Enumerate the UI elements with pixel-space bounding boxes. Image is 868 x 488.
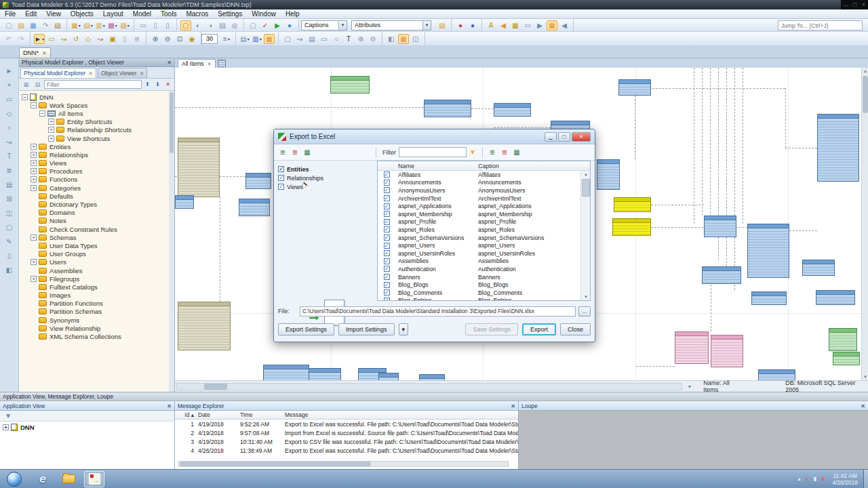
scroll-up-icon[interactable]: ▲ xyxy=(581,171,591,178)
lock-icon[interactable]: ◧ xyxy=(386,34,397,44)
tree-node-relationships[interactable]: +Relationships xyxy=(19,150,174,159)
list-item-banners[interactable]: ✓BannersBanners xyxy=(378,273,590,281)
menu-help[interactable]: Help xyxy=(281,10,304,18)
menu-tools[interactable]: Tools xyxy=(156,10,181,18)
expander-icon[interactable]: + xyxy=(31,160,37,166)
tree-node-partition-functions[interactable]: Partition Functions xyxy=(19,300,174,308)
entity-box[interactable] xyxy=(829,328,857,351)
checkbox-checked-icon[interactable]: ✓ xyxy=(384,171,390,178)
checkbox-checked-icon[interactable]: ✓ xyxy=(384,250,390,256)
menu-layout[interactable]: Layout xyxy=(98,10,128,18)
rail-page-icon[interactable]: ▯ xyxy=(4,251,15,261)
close-button[interactable]: Close xyxy=(560,323,591,336)
list-item-blog_blogs[interactable]: ✓Blog_BlogsBlog_Blogs xyxy=(378,281,590,289)
export-settings-button[interactable]: Export Settings xyxy=(278,323,334,336)
maximize-icon[interactable]: ▢ xyxy=(852,2,857,7)
entity-box[interactable] xyxy=(833,352,860,365)
entity-box[interactable] xyxy=(378,373,399,380)
jump-to-input[interactable] xyxy=(778,20,863,30)
entity-box[interactable] xyxy=(419,374,445,380)
canvas-vertical-scrollbar[interactable]: ▲ ▼ xyxy=(861,68,868,380)
tree-node-users[interactable]: +Users xyxy=(19,258,174,266)
checkbox-checked-icon[interactable]: ✓ xyxy=(384,195,390,201)
relationship-tool-icon[interactable]: ↝ xyxy=(58,34,69,44)
tree-node-assemblies[interactable]: Assemblies xyxy=(19,266,174,274)
check-all-items-icon[interactable]: ≣ xyxy=(487,147,498,157)
shape-text-icon[interactable]: T xyxy=(343,34,354,44)
checkbox-checked-icon[interactable]: ✓ xyxy=(384,258,390,264)
close-icon[interactable]: ✕ xyxy=(88,70,93,77)
uncheck-all-items-icon[interactable]: ≣ xyxy=(499,147,510,157)
rail-half-icon[interactable]: ◧ xyxy=(4,265,15,275)
dropdown-caret-icon[interactable]: ▾ xyxy=(228,37,230,41)
file-path-input[interactable] xyxy=(300,306,576,317)
expander-icon[interactable]: + xyxy=(31,185,37,191)
entity-box[interactable] xyxy=(816,290,855,305)
expander-icon[interactable]: − xyxy=(31,102,37,108)
tree-scrollbar[interactable] xyxy=(169,91,174,392)
shape-collapse-icon[interactable]: ⊖ xyxy=(368,34,378,44)
note-tool-icon[interactable]: ▣ xyxy=(107,34,118,44)
expander-icon[interactable]: − xyxy=(22,94,28,100)
tree-node-functions[interactable]: +Functions xyxy=(19,176,174,184)
message-horizontal-scrollbar[interactable] xyxy=(178,461,509,467)
tree-node-views[interactable]: +Views xyxy=(19,159,174,167)
dropdown-caret-icon[interactable]: ▾ xyxy=(42,37,44,41)
list-item-anonymoususers[interactable]: ✓AnonymousUsersAnonymousUsers xyxy=(378,186,590,195)
list-item-assemblies[interactable]: ✓AssembliesAssemblies xyxy=(378,258,590,266)
dropdown-caret-icon[interactable]: ▾ xyxy=(127,23,130,28)
tree-node-user-data-types[interactable]: User Data Types xyxy=(19,241,174,249)
rail-pointer-icon[interactable]: ► xyxy=(4,66,15,76)
user-red-icon[interactable]: ● xyxy=(455,20,466,30)
checkbox-checked-icon[interactable]: ✓ xyxy=(384,180,390,186)
close-icon[interactable]: ✕ xyxy=(511,403,515,409)
entity-box[interactable] xyxy=(675,331,709,364)
new-model-icon[interactable]: ▢ xyxy=(3,20,14,30)
sync-model-icon[interactable]: ↷ xyxy=(40,20,51,30)
zoom-level-input[interactable] xyxy=(201,34,218,44)
excel-export-icon[interactable]: ▦ xyxy=(511,147,522,157)
grid-snap-icon[interactable]: ▦ xyxy=(510,20,521,30)
new-diagram-icon[interactable]: ▢ xyxy=(180,20,191,30)
tree-node-categories[interactable]: +Categories xyxy=(19,184,174,192)
entity-box[interactable] xyxy=(239,199,270,216)
run-macro-icon[interactable]: ▶ xyxy=(272,20,283,30)
align-right-icon[interactable]: ◀ xyxy=(559,20,570,30)
list-item-aspnet_applications[interactable]: ✓aspnet_Applicationsaspnet_Applications xyxy=(378,202,590,210)
list-item-authentication[interactable]: ✓AuthenticationAuthentication xyxy=(378,265,590,273)
dropdown-caret-icon[interactable]: ▼ xyxy=(338,21,347,30)
expander-icon[interactable]: + xyxy=(31,176,37,182)
display-level-icon[interactable]: ▥▾ xyxy=(252,34,262,44)
checkbox-checked-icon[interactable]: ✓ xyxy=(384,226,390,232)
tab-all-items[interactable]: All Items ✕ xyxy=(178,59,216,68)
explorer-filter-input[interactable] xyxy=(44,80,142,89)
dialog-filter-input[interactable] xyxy=(399,147,467,157)
workspace-format-icon[interactable]: ▦ xyxy=(264,34,275,44)
scroll-down-icon[interactable]: ▼ xyxy=(581,293,591,300)
browse-button[interactable]: ... xyxy=(578,306,591,317)
save-model-icon[interactable]: ▦ xyxy=(28,20,39,30)
entity-box[interactable] xyxy=(711,335,743,367)
tree-node-view-shortcuts[interactable]: +View Shortcuts xyxy=(19,134,174,142)
tab-physical-model-explorer[interactable]: Physical Model Explorer✕ xyxy=(20,68,96,78)
undo-icon[interactable]: ↶ xyxy=(3,34,14,44)
group-entities[interactable]: ✓Entities xyxy=(278,165,374,174)
report-icon[interactable]: ▯ xyxy=(162,20,173,30)
list-item-blog_comments[interactable]: ✓Blog_CommentsBlog_Comments xyxy=(378,289,590,297)
tree-node-xml-schema-collections[interactable]: XML Schema Collections xyxy=(19,332,174,340)
model-report-icon[interactable]: ▤ xyxy=(217,20,228,30)
zoom-fit-icon[interactable]: ◉ xyxy=(186,34,197,44)
entity-box[interactable] xyxy=(751,291,787,305)
show-desktop-button[interactable] xyxy=(863,470,868,488)
entity-box[interactable] xyxy=(330,76,370,94)
menu-macros[interactable]: Macros xyxy=(181,10,213,18)
menu-model[interactable]: Model xyxy=(128,10,156,18)
group-relationships[interactable]: ✓Relationships xyxy=(278,174,374,182)
tree-node-partition-schemas[interactable]: Partition Schemas xyxy=(19,308,174,316)
entity-tool-icon[interactable]: ▭ xyxy=(46,34,57,44)
print-preview-icon[interactable]: ▯ xyxy=(150,20,161,30)
entity-box[interactable] xyxy=(747,224,789,278)
column-caption[interactable]: Caption xyxy=(478,163,590,169)
rail-frame-icon[interactable]: ▢ xyxy=(4,222,15,232)
entity-box[interactable] xyxy=(178,302,231,350)
